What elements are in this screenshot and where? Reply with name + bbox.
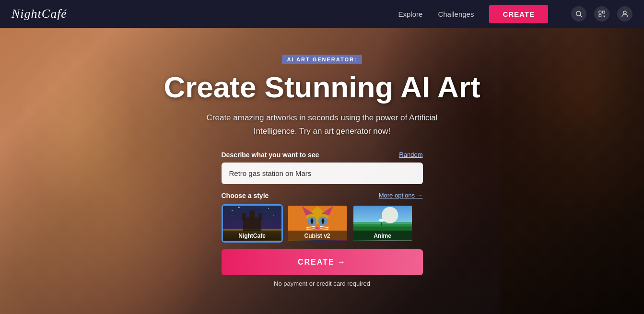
art-form: Describe what you want to see Random Cho… xyxy=(222,151,423,287)
svg-point-24 xyxy=(310,218,313,223)
style-label: Choose a style xyxy=(222,192,269,199)
svg-rect-4 xyxy=(599,14,601,17)
style-card-anime[interactable]: Anime xyxy=(352,204,413,243)
random-link[interactable]: Random xyxy=(399,151,422,158)
svg-point-0 xyxy=(576,12,581,16)
svg-rect-2 xyxy=(599,11,601,13)
search-icon[interactable] xyxy=(571,6,586,22)
svg-point-17 xyxy=(268,208,269,209)
nav-explore[interactable]: Explore xyxy=(398,10,423,18)
svg-rect-3 xyxy=(602,11,605,13)
input-label: Describe what you want to see xyxy=(222,151,319,159)
user-avatar[interactable] xyxy=(617,6,632,22)
svg-rect-6 xyxy=(604,15,605,15)
style-row: Choose a style More options → xyxy=(222,192,423,199)
qr-icon[interactable] xyxy=(594,6,609,22)
svg-rect-5 xyxy=(603,15,603,15)
no-payment-text: No payment or credit card required xyxy=(222,280,423,287)
create-main-button[interactable]: CREATE → xyxy=(222,249,423,275)
svg-point-25 xyxy=(321,218,324,223)
subtitle-tag: AI ART GENERATOR: xyxy=(282,55,362,64)
svg-rect-14 xyxy=(258,213,262,220)
svg-rect-8 xyxy=(604,16,605,17)
more-options-link[interactable]: More options → xyxy=(379,192,423,199)
svg-rect-13 xyxy=(242,213,246,220)
style-card-anime-label: Anime xyxy=(353,231,412,241)
svg-rect-15 xyxy=(249,210,255,220)
nav-icon-group xyxy=(571,6,632,22)
sub-text: Create amazing artworks in seconds using… xyxy=(190,111,454,137)
nav-links: Explore Challenges CREATE xyxy=(398,5,632,23)
nav-challenges[interactable]: Challenges xyxy=(438,10,474,18)
input-label-row: Describe what you want to see Random xyxy=(222,151,423,159)
svg-point-18 xyxy=(238,207,239,208)
svg-rect-35 xyxy=(353,222,412,227)
style-card-nightcafe-label: NightCafe xyxy=(223,231,281,241)
nav-create-button[interactable]: CREATE xyxy=(489,5,548,23)
site-logo[interactable]: NightCafé xyxy=(12,7,67,21)
style-card-cubist-label: Cubist v2 xyxy=(288,231,347,241)
main-content: AI ART GENERATOR: Create Stunning AI Art… xyxy=(0,28,644,314)
svg-point-36 xyxy=(382,207,398,223)
navbar: NightCafé Explore Challenges CREATE xyxy=(0,0,644,28)
style-card-cubist[interactable]: Cubist v2 xyxy=(287,204,348,243)
svg-point-19 xyxy=(272,215,273,216)
svg-point-16 xyxy=(232,210,233,211)
style-card-nightcafe[interactable]: NightCafe xyxy=(222,204,283,243)
prompt-input[interactable] xyxy=(222,163,423,184)
svg-line-30 xyxy=(306,229,315,229)
style-cards: NightCafe xyxy=(222,204,423,243)
svg-line-1 xyxy=(580,15,582,17)
svg-rect-7 xyxy=(603,16,603,17)
svg-point-39 xyxy=(378,219,384,221)
svg-line-32 xyxy=(320,229,328,229)
main-title: Create Stunning AI Art xyxy=(164,71,480,104)
svg-point-9 xyxy=(623,11,626,14)
svg-rect-37 xyxy=(381,222,382,226)
